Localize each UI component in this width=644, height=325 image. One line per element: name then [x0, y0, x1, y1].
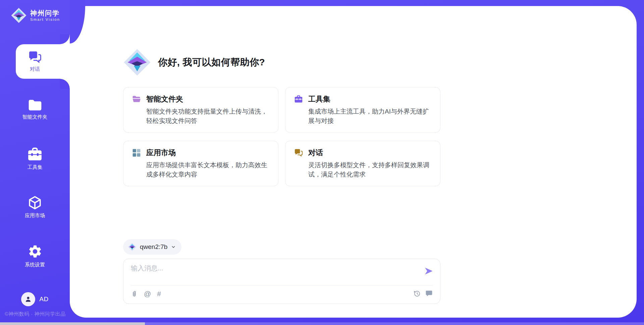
- card-head: 对话: [294, 148, 431, 158]
- history-icon: [413, 290, 421, 297]
- gear-icon: [28, 244, 43, 259]
- composer-tools-row: @ #: [131, 285, 433, 302]
- person-icon: [24, 295, 32, 303]
- card-title: 智能文件夹: [146, 94, 183, 104]
- topic-button[interactable]: #: [157, 290, 161, 297]
- horizontal-scrollbar-thumb[interactable]: [0, 322, 145, 325]
- horizontal-scrollbar: [0, 322, 644, 325]
- sidebar-item-app-market[interactable]: 应用市场: [0, 196, 70, 219]
- send-button[interactable]: [424, 266, 433, 276]
- grid-icon: [132, 148, 141, 157]
- user-account-button[interactable]: AD: [0, 292, 70, 306]
- conversation-button[interactable]: [425, 290, 433, 297]
- chevron-down-icon: [171, 244, 176, 250]
- toolbox-icon: [294, 95, 303, 104]
- paperclip-icon: [131, 290, 138, 297]
- greeting-diamond-logo-icon: [123, 48, 151, 76]
- card-app-market[interactable]: 应用市场 应用市场提供丰富长文本模板，助力高效生成多样化文章内容: [123, 141, 278, 186]
- card-description: 灵活切换多模型文件，支持多样回复效果调试，满足个性化需求: [308, 160, 431, 179]
- avatar: [21, 292, 35, 306]
- at-icon: @: [144, 290, 151, 297]
- card-title: 对话: [308, 148, 323, 158]
- sidebar-item-system-settings[interactable]: 系统设置: [0, 244, 70, 268]
- folder-open-icon: [132, 95, 141, 104]
- active-nav-fillet-bottom: [60, 79, 70, 89]
- mention-button[interactable]: @: [144, 290, 151, 297]
- card-smart-folder[interactable]: 智能文件夹 智能文件夹功能支持批量文件上传与清洗，轻松实现文件问答: [123, 87, 278, 133]
- card-head: 智能文件夹: [132, 94, 269, 104]
- model-logo-diamond-icon: [128, 243, 137, 251]
- hash-icon: #: [157, 290, 161, 297]
- card-toolset[interactable]: 工具集 集成市场上主流工具，助力AI与外界无缝扩展与对接: [285, 87, 440, 133]
- sidebar-item-smart-folder[interactable]: 智能文件夹: [0, 99, 70, 120]
- card-title: 应用市场: [146, 148, 176, 158]
- sidebar-item-label: 系统设置: [25, 262, 45, 268]
- send-icon: [424, 266, 433, 276]
- card-title: 工具集: [308, 94, 330, 104]
- folder-icon: [28, 99, 42, 111]
- card-chat[interactable]: 对话 灵活切换多模型文件，支持多样回复效果调试，满足个性化需求: [285, 141, 440, 186]
- message-composer: @ #: [123, 259, 440, 304]
- chat-icon: [28, 51, 42, 63]
- card-description: 集成市场上主流工具，助力AI与外界无缝扩展与对接: [308, 107, 431, 126]
- composer-tools-left: @ #: [131, 290, 161, 297]
- card-description: 应用市场提供丰富长文本模板，助力高效生成多样化文章内容: [146, 160, 269, 179]
- sidebar-item-toolset[interactable]: 工具集: [0, 147, 70, 171]
- sidebar-footer-credit: ©神州数码 · 神州问学出品: [5, 311, 65, 317]
- model-selector[interactable]: qwen2:7b: [123, 239, 181, 255]
- model-name: qwen2:7b: [140, 243, 167, 251]
- greeting-block: 你好, 我可以如何帮助你?: [123, 48, 440, 76]
- sidebar-item-label: 工具集: [28, 164, 43, 171]
- brand-texts: 神州问学 Smart Vision: [30, 9, 60, 22]
- app-root: 神州问学 Smart Vision 对话 智能文件夹 工具集 应用市场 系统设置: [0, 0, 644, 325]
- attach-file-button[interactable]: [131, 290, 138, 297]
- history-button[interactable]: [413, 290, 421, 297]
- brand-name: 神州问学: [30, 9, 60, 17]
- chat-icon: [294, 148, 303, 157]
- brand-subtitle: Smart Vision: [30, 17, 60, 22]
- message-input[interactable]: [131, 264, 409, 283]
- sidebar-item-chat[interactable]: 对话: [0, 51, 70, 72]
- toolbox-icon: [27, 147, 43, 161]
- composer-tools-right: [413, 290, 433, 297]
- card-description: 智能文件夹功能支持批量文件上传与清洗，轻松实现文件问答: [146, 107, 269, 126]
- brand-logo-block: 神州问学 Smart Vision: [11, 7, 60, 23]
- sidebar-item-label: 应用市场: [25, 212, 45, 219]
- message-icon: [425, 290, 433, 297]
- content-column: 你好, 我可以如何帮助你? 智能文件夹 智能文件夹功能支持批量文件上传与清洗，轻…: [123, 48, 440, 304]
- brand-diamond-logo-icon: [11, 7, 27, 23]
- sidebar-item-label: 对话: [30, 66, 40, 72]
- cube-icon: [28, 196, 42, 210]
- greeting-text: 你好, 我可以如何帮助你?: [158, 56, 265, 69]
- card-head: 工具集: [294, 94, 431, 104]
- card-head: 应用市场: [132, 148, 269, 158]
- sidebar-item-label: 智能文件夹: [22, 114, 48, 120]
- user-label: AD: [39, 296, 48, 303]
- active-nav-fillet-top: [60, 34, 70, 44]
- feature-cards-grid: 智能文件夹 智能文件夹功能支持批量文件上传与清洗，轻松实现文件问答: [123, 87, 440, 186]
